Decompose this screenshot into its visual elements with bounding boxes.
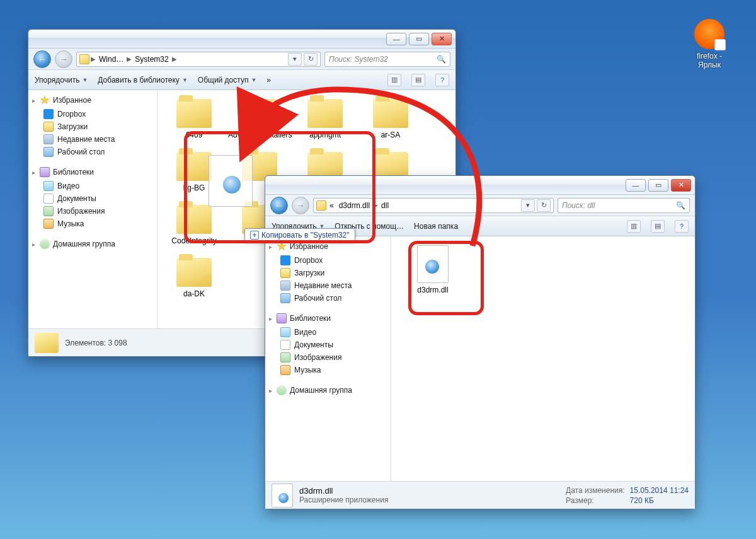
- desktop-icon: [280, 293, 290, 303]
- preview-pane-button[interactable]: ▤: [651, 220, 665, 233]
- forward-button[interactable]: →: [55, 50, 72, 68]
- view-options-button[interactable]: ▥: [387, 74, 401, 86]
- folder-codeintegrity[interactable]: CodeIntegrity: [163, 205, 226, 245]
- sidebar-item-recent[interactable]: Недавние места: [32, 133, 153, 146]
- address-bar[interactable]: ▶ Wind… ▶ System32 ▶ ▾ ↻: [76, 52, 321, 67]
- back-button[interactable]: ←: [270, 197, 288, 214]
- refresh-button[interactable]: ↻: [304, 53, 318, 66]
- breadcrumb-system32[interactable]: System32: [133, 55, 170, 64]
- file-d3drm-dll[interactable]: d3drm.dll: [401, 245, 464, 294]
- music-icon: [43, 219, 54, 229]
- organize-menu[interactable]: Упорядочить▼: [35, 76, 88, 84]
- sidebar-item-desktop[interactable]: Рабочий стол: [269, 292, 387, 304]
- folder-icon: [307, 99, 343, 128]
- libraries-header[interactable]: Библиотеки: [269, 313, 387, 323]
- plus-icon: +: [250, 231, 259, 240]
- sidebar-item-music[interactable]: Музыка: [32, 217, 153, 230]
- video-icon: [280, 327, 290, 337]
- folder-0409[interactable]: 0409: [163, 99, 226, 139]
- folder-ar-sa[interactable]: ar-SA: [359, 99, 422, 139]
- star-icon: [40, 95, 50, 105]
- star-icon: [277, 241, 287, 252]
- folder-icon: [316, 200, 326, 211]
- status-item-count: Элементов: 3 098: [65, 339, 127, 347]
- help-button[interactable]: ?: [435, 74, 449, 86]
- folder-icon: [176, 152, 212, 181]
- close-button[interactable]: ✕: [671, 179, 691, 192]
- breadcrumb-windows[interactable]: Wind…: [97, 55, 125, 64]
- favorites-header[interactable]: Избранное: [269, 241, 387, 252]
- folder-icon: [176, 205, 212, 234]
- content-area[interactable]: d3drm.dll: [391, 236, 695, 481]
- downloads-icon: [280, 268, 290, 278]
- history-dropdown-button[interactable]: ▾: [288, 53, 302, 66]
- refresh-button[interactable]: ↻: [537, 199, 551, 212]
- maximize-button[interactable]: ▭: [648, 179, 668, 192]
- homegroup-header[interactable]: Домашняя группа: [269, 385, 387, 395]
- breadcrumb-d3drm[interactable]: d3drm.dll: [337, 201, 372, 210]
- sidebar-item-documents[interactable]: Документы: [269, 339, 387, 351]
- libraries-header[interactable]: Библиотеки: [32, 167, 153, 177]
- folder-advancedinstallers[interactable]: AdvancedInstallers: [228, 99, 291, 139]
- sidebar-item-dropbox[interactable]: Dropbox: [32, 108, 153, 120]
- view-options-button[interactable]: ▥: [627, 220, 641, 233]
- overflow-menu[interactable]: »: [266, 76, 271, 84]
- folder-appmgmt[interactable]: appmgmt: [294, 99, 357, 139]
- details-size-value: 720 КБ: [630, 496, 689, 505]
- address-bar[interactable]: « d3drm.dll ▶ dll ▾ ↻: [313, 198, 554, 213]
- sidebar-item-images[interactable]: Изображения: [32, 205, 153, 217]
- share-menu[interactable]: Общий доступ▼: [198, 76, 257, 84]
- sidebar-item-videos[interactable]: Видео: [269, 326, 387, 339]
- new-folder-button[interactable]: Новая папка: [414, 222, 458, 231]
- maximize-button[interactable]: ▭: [409, 33, 429, 45]
- back-button[interactable]: ←: [33, 50, 51, 68]
- drag-tooltip: + Копировать в "System32": [244, 228, 355, 242]
- preview-pane-button[interactable]: ▤: [411, 74, 425, 86]
- titlebar[interactable]: — ▭ ✕: [28, 30, 455, 49]
- toolbar: Упорядочить▼ Добавить в библиотеку▼ Общи…: [28, 70, 455, 90]
- homegroup-header[interactable]: Домашняя группа: [32, 239, 153, 249]
- search-placeholder: Поиск: System32: [329, 55, 388, 64]
- favorites-header[interactable]: Избранное: [32, 95, 153, 105]
- sidebar-item-documents[interactable]: Документы: [32, 192, 153, 205]
- sidebar-item-downloads[interactable]: Загрузки: [32, 120, 153, 133]
- folder-icon: [242, 99, 277, 128]
- sidebar-item-images[interactable]: Изображения: [269, 351, 387, 364]
- chevron-right-icon: ▶: [91, 55, 96, 62]
- search-input[interactable]: Поиск: System32 🔍: [324, 52, 450, 67]
- folder-da-dk[interactable]: da-DK: [163, 258, 226, 298]
- recent-places-icon: [280, 281, 290, 291]
- explorer-window-dll: — ▭ ✕ ← → « d3drm.dll ▶ dll ▾ ↻ Поиск: d…: [265, 175, 696, 509]
- close-button[interactable]: ✕: [432, 33, 452, 45]
- document-icon: [43, 194, 54, 204]
- add-to-library-menu[interactable]: Добавить в библиотеку▼: [98, 76, 187, 84]
- document-icon: [280, 340, 290, 350]
- navigation-pane: Избранное Dropbox Загрузки Недавние мест…: [28, 90, 158, 328]
- desktop-shortcut-firefox[interactable]: firefox - Ярлык: [685, 19, 734, 69]
- folder-bg-bg[interactable]: bg-BG: [163, 152, 226, 192]
- folder-icon: [176, 99, 212, 128]
- drag-tooltip-text: Копировать в "System32": [261, 231, 350, 240]
- search-input[interactable]: Поиск: dll 🔍: [558, 198, 690, 213]
- dropbox-icon: [280, 255, 290, 265]
- history-dropdown-button[interactable]: ▾: [521, 199, 535, 212]
- sidebar-item-dropbox[interactable]: Dropbox: [269, 254, 387, 267]
- help-button[interactable]: ?: [675, 220, 689, 233]
- forward-button[interactable]: →: [292, 197, 309, 214]
- sidebar-item-downloads[interactable]: Загрузки: [269, 267, 387, 279]
- details-date-label: Дата изменения:: [566, 486, 625, 495]
- shortcut-label: firefox - Ярлык: [685, 52, 734, 69]
- sidebar-item-music[interactable]: Музыка: [269, 364, 387, 376]
- folder-icon: [373, 99, 408, 128]
- sidebar-item-recent[interactable]: Недавние места: [269, 279, 387, 292]
- details-date-value: 15.05.2014 11:24: [630, 486, 689, 495]
- file-label: d3drm.dll: [401, 286, 464, 294]
- sidebar-item-videos[interactable]: Видео: [32, 180, 153, 192]
- sidebar-item-desktop[interactable]: Рабочий стол: [32, 146, 153, 158]
- breadcrumb-dll[interactable]: dll: [379, 201, 391, 210]
- titlebar[interactable]: — ▭ ✕: [265, 176, 695, 195]
- minimize-button[interactable]: —: [386, 33, 406, 45]
- minimize-button[interactable]: —: [626, 179, 646, 192]
- details-filename: d3drm.dll: [299, 486, 559, 496]
- search-icon: 🔍: [437, 55, 446, 64]
